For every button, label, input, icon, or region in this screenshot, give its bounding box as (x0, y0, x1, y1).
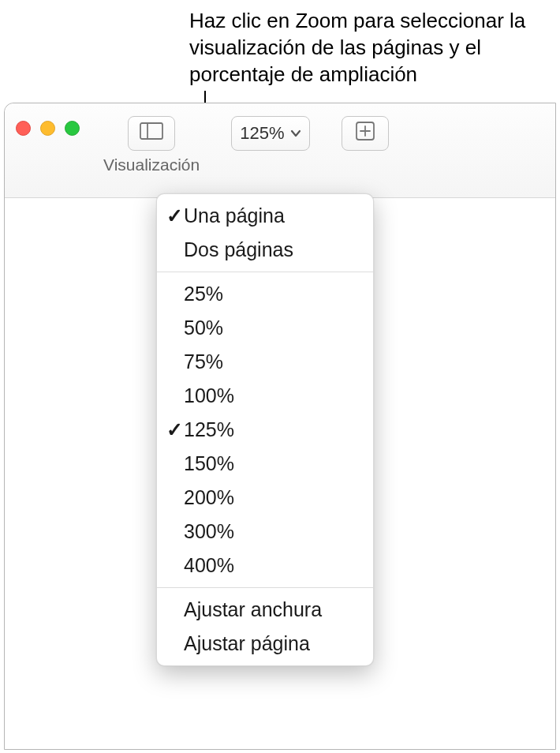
menu-item[interactable]: ✓200% (157, 481, 373, 515)
menu-item[interactable]: ✓25% (157, 277, 373, 311)
menu-item-label: Ajustar anchura (184, 598, 322, 621)
checkmark-icon: ✓ (165, 418, 184, 441)
menu-item[interactable]: ✓Ajustar página (157, 627, 373, 661)
view-button[interactable] (128, 116, 175, 151)
sidebar-icon (140, 122, 163, 144)
zoom-value: 125% (240, 123, 284, 144)
zoom-dropdown-menu: ✓Una página✓Dos páginas✓25%✓50%✓75%✓100%… (156, 193, 374, 666)
svg-rect-0 (140, 123, 162, 139)
chevron-down-icon (290, 128, 301, 140)
menu-item[interactable]: ✓300% (157, 515, 373, 549)
menu-item-label: 400% (184, 554, 234, 577)
zoom-toolbar-item: 125% (231, 116, 310, 151)
titlebar: Visualización 125% (5, 103, 555, 198)
view-toolbar-item: Visualización (103, 116, 200, 174)
close-button[interactable] (16, 121, 31, 136)
menu-item-label: 200% (184, 486, 234, 509)
menu-separator (157, 587, 373, 588)
menu-item-label: 75% (184, 350, 223, 373)
zoom-dropdown-button[interactable]: 125% (231, 116, 310, 151)
checkmark-icon: ✓ (165, 204, 184, 227)
menu-item[interactable]: ✓400% (157, 549, 373, 583)
view-label: Visualización (103, 155, 200, 174)
menu-item-label: 125% (184, 418, 234, 441)
minimize-button[interactable] (40, 121, 55, 136)
plus-page-icon (354, 120, 376, 147)
add-page-button[interactable] (342, 116, 389, 151)
menu-item[interactable]: ✓Dos páginas (157, 233, 373, 267)
menu-item-label: 50% (184, 317, 223, 339)
add-toolbar-item (342, 116, 389, 151)
menu-item[interactable]: ✓Ajustar anchura (157, 593, 373, 627)
menu-item[interactable]: ✓125% (157, 413, 373, 447)
fullscreen-button[interactable] (65, 121, 80, 136)
menu-item-label: 150% (184, 452, 234, 475)
menu-item[interactable]: ✓Una página (157, 199, 373, 233)
callout-annotation: Haz clic en Zoom para seleccionar la vis… (189, 8, 536, 88)
menu-item[interactable]: ✓75% (157, 345, 373, 379)
app-window: Visualización 125% (4, 103, 556, 750)
menu-item-label: Dos páginas (184, 238, 293, 261)
menu-item[interactable]: ✓150% (157, 447, 373, 481)
menu-item[interactable]: ✓50% (157, 311, 373, 345)
menu-item-label: Una página (184, 204, 285, 227)
menu-item-label: 25% (184, 283, 223, 305)
menu-item-label: 100% (184, 384, 234, 407)
menu-item-label: 300% (184, 520, 234, 543)
callout-text: Haz clic en Zoom para seleccionar la vis… (189, 9, 525, 86)
menu-item-label: Ajustar página (184, 632, 310, 655)
window-controls (16, 121, 80, 136)
menu-separator (157, 272, 373, 272)
menu-item[interactable]: ✓100% (157, 379, 373, 413)
